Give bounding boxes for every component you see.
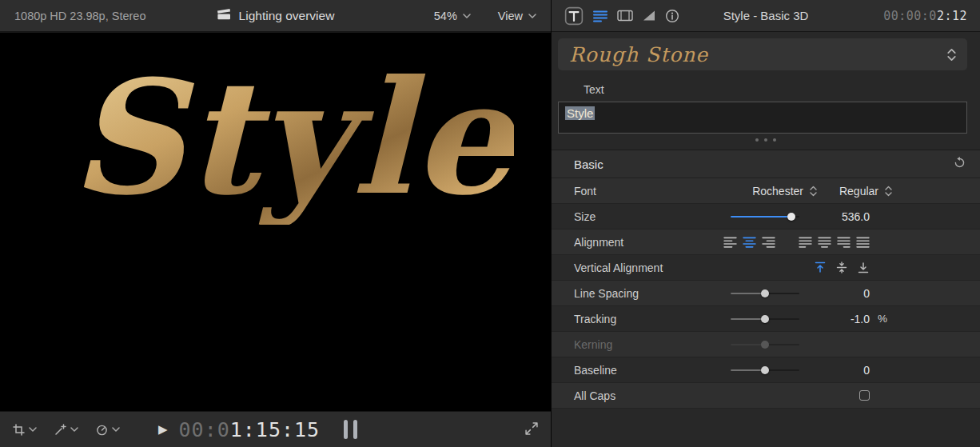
- align-left-button[interactable]: [723, 237, 737, 248]
- effects-tool-dropdown[interactable]: [54, 424, 78, 436]
- align-right-button[interactable]: [762, 237, 775, 248]
- inspector-toolbar: Style - Basic 3D 00:00:02:12: [552, 0, 980, 32]
- clapper-icon: [217, 8, 231, 23]
- audio-meters-button[interactable]: [344, 420, 357, 439]
- line-spacing-value[interactable]: 0: [799, 287, 870, 300]
- font-face-select[interactable]: Regular: [839, 185, 892, 198]
- baseline-label: Baseline: [574, 364, 617, 377]
- inspector-tabs: [564, 6, 679, 26]
- retime-tool-dropdown[interactable]: [96, 424, 120, 436]
- slider-thumb[interactable]: [787, 213, 795, 221]
- expand-viewer-button[interactable]: [525, 422, 538, 437]
- chevron-down-icon: [463, 14, 471, 18]
- format-label: 1080p HD 23.98p, Stereo: [14, 10, 145, 22]
- chevron-down-icon: [29, 427, 37, 432]
- baseline-row: Baseline 0: [552, 357, 980, 383]
- viewer-toolbar-right: 54% View: [434, 10, 536, 22]
- tab-text-format[interactable]: [593, 10, 608, 22]
- vertical-alignment-buttons: [814, 261, 870, 273]
- text-t-icon: [564, 6, 584, 26]
- basic-section-header: Basic: [552, 150, 980, 178]
- ramp-icon: [643, 10, 655, 22]
- slider-thumb: [761, 341, 769, 349]
- viewer-pane: 1080p HD 23.98p, Stereo Lighting overvie…: [0, 0, 552, 447]
- inspector-pane: Style - Basic 3D 00:00:02:12 Rough Stone…: [552, 0, 980, 447]
- font-label: Font: [574, 185, 596, 198]
- valign-middle-button[interactable]: [835, 261, 848, 273]
- justify-last-right-button[interactable]: [837, 237, 851, 248]
- align-center-button[interactable]: [743, 237, 756, 248]
- play-button[interactable]: ▶: [158, 422, 168, 437]
- crop-icon: [13, 424, 25, 436]
- selected-text: Style: [565, 106, 595, 120]
- all-caps-label: All Caps: [574, 389, 615, 402]
- justify-last-center-button[interactable]: [818, 237, 831, 248]
- stepper-chevrons-icon: [885, 186, 892, 197]
- current-timecode[interactable]: 00:01:15:15: [179, 418, 321, 441]
- expand-icon: [525, 422, 538, 435]
- size-value[interactable]: 536.0: [799, 210, 870, 223]
- vertical-alignment-label: Vertical Alignment: [574, 261, 663, 274]
- preset-name: Rough Stone: [569, 43, 708, 66]
- font-family-select[interactable]: Rochester: [752, 185, 817, 198]
- tracking-slider[interactable]: [731, 313, 799, 325]
- title-text-input[interactable]: Style: [558, 102, 967, 134]
- audio-meter-left: [344, 420, 348, 439]
- fcp-window: 1080p HD 23.98p, Stereo Lighting overvie…: [0, 0, 980, 447]
- project-title-group: Lighting overview: [217, 8, 335, 23]
- title-text-object[interactable]: Style: [70, 52, 514, 225]
- reset-section-button[interactable]: [954, 157, 966, 171]
- font-face-value: Regular: [839, 185, 878, 198]
- baseline-value[interactable]: 0: [799, 364, 870, 377]
- alignment-row: Alignment: [552, 229, 980, 255]
- baseline-slider[interactable]: [731, 365, 799, 376]
- retime-icon: [96, 424, 108, 436]
- justify-last-left-button[interactable]: [799, 237, 812, 248]
- viewer-toolbar: 1080p HD 23.98p, Stereo Lighting overvie…: [0, 0, 551, 32]
- tab-info-inspector[interactable]: [665, 9, 679, 23]
- zoom-dropdown[interactable]: 54%: [434, 10, 471, 22]
- alignment-label: Alignment: [574, 236, 623, 249]
- stepper-chevrons-icon: [947, 48, 956, 62]
- all-caps-row: All Caps: [552, 383, 980, 409]
- basic-parameter-rows: Font Rochester Regular Size: [552, 178, 980, 409]
- tracking-label: Tracking: [574, 313, 616, 325]
- transform-tool-dropdown[interactable]: [13, 424, 37, 436]
- tracking-unit: %: [870, 313, 980, 325]
- tracking-value[interactable]: -1.0: [799, 313, 870, 325]
- reset-icon: [954, 157, 966, 169]
- view-dropdown[interactable]: View: [498, 10, 536, 22]
- size-slider[interactable]: [731, 211, 799, 222]
- line-spacing-label: Line Spacing: [574, 287, 639, 300]
- slider-thumb[interactable]: [761, 289, 769, 297]
- line-spacing-slider[interactable]: [731, 288, 799, 299]
- tab-text-inspector[interactable]: [564, 6, 584, 26]
- title-preset-dropdown[interactable]: Rough Stone: [558, 38, 967, 70]
- alignment-buttons: [723, 237, 870, 248]
- project-title: Lighting overview: [239, 9, 335, 23]
- font-row: Font Rochester Regular: [552, 178, 980, 204]
- film-icon: [617, 10, 633, 22]
- kerning-row: Kerning: [552, 332, 980, 357]
- vertical-alignment-row: Vertical Alignment: [552, 255, 980, 281]
- textbox-resize-handle[interactable]: [552, 134, 980, 146]
- basic-section-title: Basic: [574, 158, 604, 171]
- inspector-title: Style - Basic 3D: [723, 9, 809, 22]
- font-family-value: Rochester: [752, 185, 803, 198]
- valign-top-button[interactable]: [814, 261, 827, 273]
- tab-generator-inspector[interactable]: [643, 10, 655, 22]
- stepper-chevrons-icon: [810, 186, 817, 197]
- slider-thumb[interactable]: [761, 366, 769, 374]
- chevron-down-icon: [70, 427, 78, 432]
- zoom-value: 54%: [434, 10, 457, 22]
- slider-thumb[interactable]: [761, 315, 769, 323]
- view-label: View: [498, 10, 523, 22]
- valign-bottom-button[interactable]: [857, 261, 870, 273]
- kerning-label: Kerning: [574, 338, 612, 351]
- all-caps-checkbox[interactable]: [859, 390, 870, 401]
- text-section-label: Text: [584, 83, 980, 96]
- justify-all-button[interactable]: [856, 237, 870, 248]
- viewer-transport-bar: ▶ 00:01:15:15: [0, 411, 551, 447]
- tab-video-inspector[interactable]: [617, 10, 633, 22]
- text-lines-icon: [593, 10, 608, 22]
